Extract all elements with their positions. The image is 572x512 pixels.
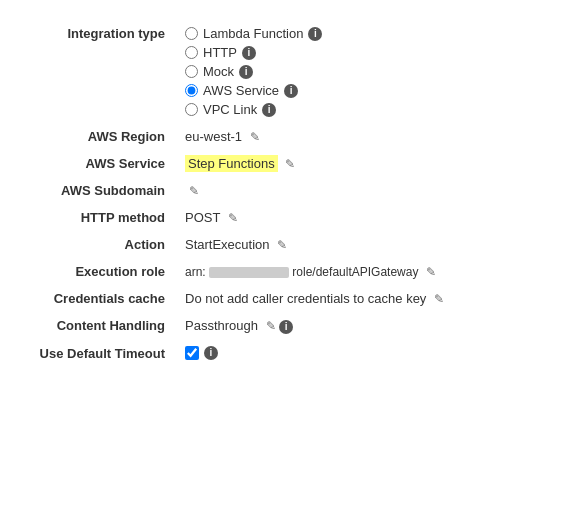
content-handling-label: Content Handling bbox=[57, 318, 165, 333]
aws-service-value: Step Functions bbox=[185, 155, 278, 172]
radio-option-http: HTTP i bbox=[185, 45, 562, 60]
http-method-edit-icon[interactable] bbox=[228, 211, 238, 225]
execution-role-label: Execution role bbox=[75, 264, 165, 279]
action-value: StartExecution bbox=[185, 237, 270, 252]
execution-role-edit-icon[interactable] bbox=[426, 265, 436, 279]
arn-suffix: role/defaultAPIGateway bbox=[289, 265, 418, 279]
content-handling-row: Content Handling Passthrough i bbox=[0, 312, 572, 340]
use-default-timeout-row: Use Default Timeout i bbox=[0, 340, 572, 367]
content-handling-info-icon[interactable]: i bbox=[279, 320, 293, 334]
radio-vpc-link[interactable] bbox=[185, 103, 198, 116]
http-method-label: HTTP method bbox=[81, 210, 165, 225]
use-default-timeout-label: Use Default Timeout bbox=[40, 346, 165, 361]
aws-region-edit-icon[interactable] bbox=[250, 130, 260, 144]
aws-region-label: AWS Region bbox=[88, 129, 165, 144]
radio-option-mock: Mock i bbox=[185, 64, 562, 79]
http-method-value: POST bbox=[185, 210, 220, 225]
aws-region-value: eu-west-1 bbox=[185, 129, 242, 144]
mock-info-icon[interactable]: i bbox=[239, 65, 253, 79]
credentials-cache-value: Do not add caller credentials to cache k… bbox=[185, 291, 426, 306]
aws-service-info-icon[interactable]: i bbox=[284, 84, 298, 98]
integration-type-label: Integration type bbox=[67, 26, 165, 41]
content-handling-edit-icon[interactable] bbox=[266, 319, 276, 333]
aws-region-row: AWS Region eu-west-1 bbox=[0, 123, 572, 150]
credentials-cache-label: Credentials cache bbox=[54, 291, 165, 306]
radio-option-vpc-link: VPC Link i bbox=[185, 102, 562, 117]
use-default-timeout-checkbox[interactable] bbox=[185, 346, 199, 360]
arn-prefix: arn: bbox=[185, 265, 209, 279]
http-info-icon[interactable]: i bbox=[242, 46, 256, 60]
action-edit-icon[interactable] bbox=[277, 238, 287, 252]
credentials-cache-edit-icon[interactable] bbox=[434, 292, 444, 306]
use-default-timeout-control: i bbox=[185, 346, 562, 360]
radio-vpc-link-label: VPC Link bbox=[203, 102, 257, 117]
http-method-row: HTTP method POST bbox=[0, 204, 572, 231]
radio-lambda-label: Lambda Function bbox=[203, 26, 303, 41]
aws-service-row: AWS Service Step Functions bbox=[0, 150, 572, 177]
action-label: Action bbox=[125, 237, 165, 252]
action-row: Action StartExecution bbox=[0, 231, 572, 258]
radio-http[interactable] bbox=[185, 46, 198, 59]
aws-subdomain-edit-icon[interactable] bbox=[189, 184, 199, 198]
lambda-info-icon[interactable]: i bbox=[308, 27, 322, 41]
radio-mock[interactable] bbox=[185, 65, 198, 78]
radio-mock-label: Mock bbox=[203, 64, 234, 79]
credentials-cache-row: Credentials cache Do not add caller cred… bbox=[0, 285, 572, 312]
radio-http-label: HTTP bbox=[203, 45, 237, 60]
aws-subdomain-label: AWS Subdomain bbox=[61, 183, 165, 198]
integration-type-options: Lambda Function i HTTP i Mock i bbox=[185, 26, 562, 117]
arn-placeholder bbox=[209, 267, 289, 278]
content-handling-value: Passthrough bbox=[185, 318, 258, 333]
vpc-link-info-icon[interactable]: i bbox=[262, 103, 276, 117]
integration-type-row: Integration type Lambda Function i HTTP … bbox=[0, 20, 572, 123]
aws-subdomain-row: AWS Subdomain bbox=[0, 177, 572, 204]
aws-service-edit-icon[interactable] bbox=[285, 157, 295, 171]
radio-option-lambda: Lambda Function i bbox=[185, 26, 562, 41]
execution-role-row: Execution role arn: role/defaultAPIGatew… bbox=[0, 258, 572, 285]
aws-service-label: AWS Service bbox=[86, 156, 166, 171]
integration-settings-form: Integration type Lambda Function i HTTP … bbox=[0, 20, 572, 367]
use-default-timeout-info-icon[interactable]: i bbox=[204, 346, 218, 360]
radio-aws-service-label: AWS Service bbox=[203, 83, 279, 98]
radio-lambda[interactable] bbox=[185, 27, 198, 40]
radio-aws-service[interactable] bbox=[185, 84, 198, 97]
execution-role-arn: arn: role/defaultAPIGateway bbox=[185, 265, 422, 279]
radio-option-aws-service: AWS Service i bbox=[185, 83, 562, 98]
